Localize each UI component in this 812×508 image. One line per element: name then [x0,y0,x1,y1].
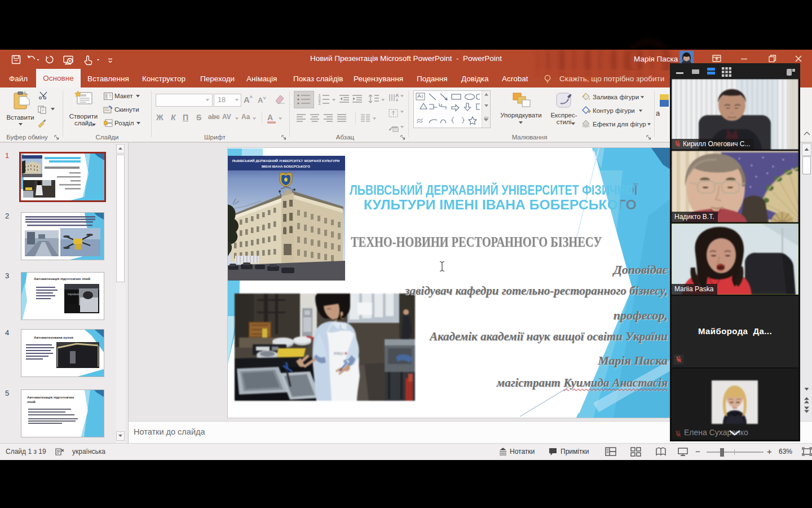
svg-text:ліній: ліній [27,400,36,404]
svg-text:PRO: PRO [334,351,343,356]
svg-text:ІМЕНІ ІВАНА БОБЕРСЬКОГО: ІМЕНІ ІВАНА БОБЕРСЬКОГО [262,164,310,168]
svg-text:Автоматизація підготовчих ліні: Автоматизація підготовчих ліній [34,277,90,281]
svg-text:Автоматизована кухня: Автоматизована кухня [34,335,73,339]
svg-text:ЛЬВІВСЬКИЙ ДЕРЖАВНИЙ УНІВЕРСИТ: ЛЬВІВСЬКИЙ ДЕРЖАВНИЙ УНІВЕРСИТЕТ ФІЗИЧНО… [232,159,340,163]
svg-text:А: А [395,93,399,98]
svg-text:Автоматизація підготовчих: Автоматизація підготовчих [27,395,74,399]
